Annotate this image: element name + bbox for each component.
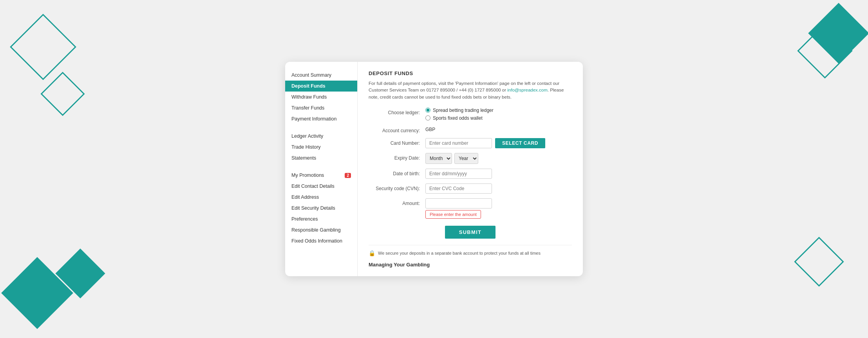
info-text: For full details of payment options, vis… — [369, 80, 572, 101]
security-note-text: We secure your deposits in a separate ba… — [378, 251, 541, 255]
cvn-label: Security code (CVN): — [369, 183, 425, 191]
amount-input[interactable] — [425, 198, 492, 209]
card-number-input[interactable] — [425, 138, 492, 148]
amount-label: Amount: — [369, 198, 425, 206]
main-content: DEPOSIT FUNDS For full details of paymen… — [358, 62, 583, 276]
radio-sports-fixed-input[interactable] — [425, 115, 430, 120]
amount-error: Please enter the amount — [425, 210, 481, 219]
amount-control: Please enter the amount — [425, 198, 572, 219]
main-card: Account Summary Deposit Funds Withdraw F… — [285, 62, 583, 276]
card-number-row: Card Number: SELECT CARD — [369, 138, 572, 148]
select-card-button[interactable]: SELECT CARD — [495, 138, 545, 148]
radio-sports-fixed[interactable]: Sports fixed odds wallet — [425, 115, 572, 121]
sidebar-item-withdraw-funds[interactable]: Withdraw Funds — [285, 92, 357, 102]
sidebar-item-edit-contact-details[interactable]: Edit Contact Details — [285, 181, 357, 192]
sidebar-divider-1 — [285, 124, 357, 131]
expiry-year-select[interactable]: Year 2024 2025 2026 2027 2028 2029 2030 — [454, 153, 478, 164]
security-note: 🔒 We secure your deposits in a separate … — [369, 245, 572, 256]
sidebar-item-deposit-funds[interactable]: Deposit Funds — [285, 81, 357, 92]
expiry-label: Expiry Date: — [369, 153, 425, 161]
ledger-options: Spread betting trading ledger Sports fix… — [425, 108, 572, 121]
submit-button[interactable]: SUBMIT — [445, 226, 496, 239]
radio-sports-fixed-label: Sports fixed odds wallet — [433, 115, 483, 121]
currency-value-wrapper: GBP — [425, 126, 572, 133]
radio-spread-betting-label: Spread betting trading ledger — [433, 108, 494, 113]
sidebar: Account Summary Deposit Funds Withdraw F… — [285, 62, 358, 276]
cvn-control — [425, 183, 572, 194]
currency-label: Account currency: — [369, 126, 425, 133]
sidebar-item-trade-history[interactable]: Trade History — [285, 142, 357, 153]
sidebar-item-transfer-funds[interactable]: Transfer Funds — [285, 102, 357, 113]
sidebar-item-payment-information[interactable]: Payment Information — [285, 113, 357, 124]
sidebar-item-responsible-gambling[interactable]: Responsible Gambling — [285, 225, 357, 236]
bg-shape-1 — [10, 14, 76, 80]
sidebar-item-my-promotions[interactable]: My Promotions 2 — [285, 170, 357, 181]
currency-row: Account currency: GBP — [369, 126, 572, 133]
managing-gambling: Managing Your Gambling — [369, 262, 572, 268]
bg-shape-2 — [40, 72, 85, 116]
ledger-label: Choose ledger: — [369, 108, 425, 115]
cvn-row: Security code (CVN): — [369, 183, 572, 194]
page-title: DEPOSIT FUNDS — [369, 70, 572, 76]
sidebar-item-preferences[interactable]: Preferences — [285, 214, 357, 225]
dob-row: Date of birth: — [369, 169, 572, 179]
expiry-month-select[interactable]: Month 01 02 03 04 05 06 07 08 09 10 11 1… — [425, 153, 452, 164]
bg-shape-4 — [55, 248, 105, 298]
bg-shape-7 — [794, 237, 844, 286]
radio-spread-betting-input[interactable] — [425, 108, 430, 113]
bg-shape-5 — [797, 23, 852, 78]
cvn-input[interactable] — [425, 183, 492, 194]
info-email-link[interactable]: info@spreadex.com — [507, 88, 547, 92]
bg-shape-6 — [808, 3, 868, 64]
expiry-row: Expiry Date: Month 01 02 03 04 05 06 07 … — [369, 153, 572, 164]
radio-spread-betting[interactable]: Spread betting trading ledger — [425, 108, 572, 113]
sidebar-item-edit-address[interactable]: Edit Address — [285, 192, 357, 203]
sidebar-divider-2 — [285, 164, 357, 170]
sidebar-item-my-promotions-label: My Promotions — [291, 173, 324, 178]
sidebar-item-account-summary[interactable]: Account Summary — [285, 70, 357, 81]
lock-icon: 🔒 — [369, 250, 375, 256]
amount-row: Amount: Please enter the amount — [369, 198, 572, 219]
card-number-label: Card Number: — [369, 138, 425, 146]
sidebar-item-edit-security-details[interactable]: Edit Security Details — [285, 203, 357, 214]
ledger-row: Choose ledger: Spread betting trading le… — [369, 108, 572, 121]
sidebar-item-fixed-odds-information[interactable]: Fixed Odds Information — [285, 236, 357, 246]
sidebar-item-statements[interactable]: Statements — [285, 153, 357, 164]
dob-control — [425, 169, 572, 179]
currency-value: GBP — [425, 124, 435, 132]
dob-input[interactable] — [425, 169, 492, 179]
promotions-badge: 2 — [345, 173, 351, 178]
dob-label: Date of birth: — [369, 169, 425, 176]
sidebar-item-ledger-activity[interactable]: Ledger Activity — [285, 131, 357, 142]
expiry-controls: Month 01 02 03 04 05 06 07 08 09 10 11 1… — [425, 153, 572, 164]
submit-row: SUBMIT — [369, 223, 572, 239]
card-number-controls: SELECT CARD — [425, 138, 572, 148]
bg-shape-3 — [1, 257, 73, 329]
